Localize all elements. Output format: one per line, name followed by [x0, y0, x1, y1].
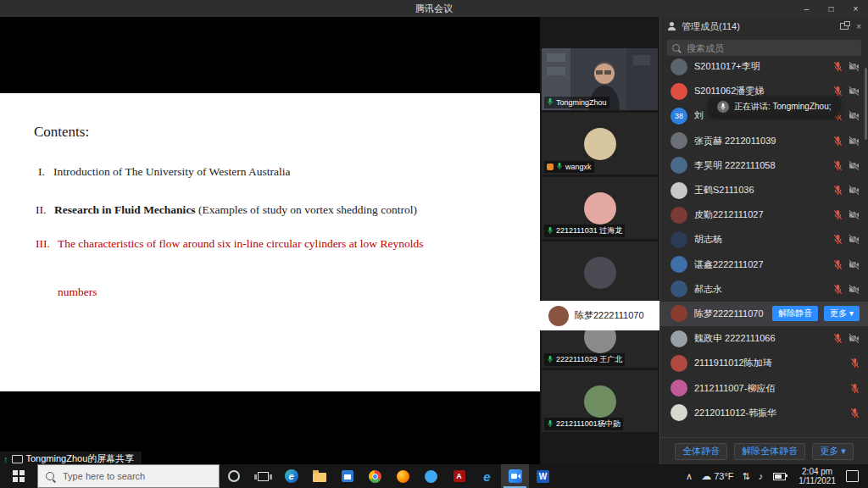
- edge-icon: e: [285, 469, 298, 483]
- unmute-button[interactable]: 解除静音: [772, 306, 818, 321]
- slide-item-3: III. The characteristics of flow around …: [36, 237, 424, 251]
- mic-off-icon[interactable]: [850, 358, 860, 369]
- video-tile[interactable]: [542, 241, 658, 303]
- close-button[interactable]: ×: [843, 0, 868, 17]
- panel-scrollbar[interactable]: [865, 68, 867, 140]
- mic-off-icon[interactable]: [833, 185, 843, 196]
- ie-taskbar-button[interactable]: e: [473, 464, 501, 488]
- panel-close-icon[interactable]: ×: [856, 22, 861, 31]
- search-icon: [46, 472, 54, 480]
- member-row[interactable]: 皮勤2212111027: [660, 202, 868, 227]
- clock[interactable]: 2:04 pm 1/11/2021: [792, 467, 843, 485]
- camera-off-icon[interactable]: [849, 334, 860, 343]
- video-tile[interactable]: 2212111001杨中勋: [542, 370, 658, 432]
- taskbar: eAeW ∧ ☁ 73°F ⇅♪ 2:04 pm 1/11/2021: [0, 464, 868, 488]
- member-row[interactable]: S2011017+李明: [660, 54, 868, 79]
- store-taskbar-button[interactable]: [333, 464, 361, 488]
- tile-name-label: 2212111001杨中勋: [544, 418, 623, 430]
- member-avatar: [670, 132, 687, 149]
- member-search-input[interactable]: [685, 42, 856, 54]
- unmute-all-button[interactable]: 解除全体静音: [734, 443, 805, 460]
- mic-off-icon[interactable]: [833, 86, 843, 97]
- popout-icon[interactable]: [840, 23, 849, 30]
- speaking-toast: 正在讲话: TongmingZhou;: [709, 97, 839, 116]
- mic-off-icon[interactable]: [850, 408, 860, 419]
- screen-share-label: TongmingZhou的屏幕共享: [26, 452, 135, 464]
- store-icon: [342, 470, 353, 482]
- tencent-meeting-icon: [509, 469, 522, 483]
- member-row[interactable]: 王鹤S2111036: [660, 178, 868, 202]
- mic-icon: [547, 419, 554, 430]
- minimize-button[interactable]: –: [794, 0, 819, 17]
- camera-off-icon[interactable]: [849, 260, 860, 269]
- start-button[interactable]: [0, 464, 37, 488]
- video-tile[interactable]: wangxk: [542, 113, 658, 175]
- member-row[interactable]: 谌鑫2222111027: [660, 252, 868, 277]
- member-avatar: [670, 280, 687, 297]
- mic-off-icon[interactable]: [833, 209, 843, 220]
- taskbar-search[interactable]: [37, 464, 220, 488]
- member-panel-header: 管理成员(114) ×: [660, 17, 868, 36]
- mic-off-icon[interactable]: [833, 284, 843, 295]
- camera-off-icon[interactable]: [849, 86, 860, 96]
- camera-off-icon[interactable]: [849, 210, 860, 219]
- member-name: 张贡赫 2212011039: [694, 135, 826, 147]
- cortana-icon: [228, 470, 240, 482]
- acrobat-taskbar-button[interactable]: A: [445, 464, 473, 488]
- member-avatar: [670, 380, 687, 396]
- video-tile[interactable]: TongmingZhou: [542, 48, 658, 110]
- member-row[interactable]: 魏政申 2222111066: [660, 326, 868, 351]
- more-button[interactable]: 更多 ▾: [812, 443, 854, 460]
- member-row[interactable]: 2212011012-韩振华: [660, 401, 868, 425]
- member-row[interactable]: 陈梦2222111070解除静音更多 ▾: [660, 302, 868, 326]
- mic-off-icon[interactable]: [833, 259, 843, 270]
- members-icon: [667, 22, 676, 30]
- camera-off-icon[interactable]: [849, 186, 860, 195]
- video-tile[interactable]: 2212111031 过海龙: [542, 177, 658, 239]
- member-row[interactable]: 李昊明 2222111058: [660, 153, 868, 178]
- maximize-button[interactable]: □: [819, 0, 843, 17]
- member-row[interactable]: 张贡赫 2212011039: [660, 129, 868, 153]
- camera-off-icon[interactable]: [849, 111, 860, 120]
- volume-icon[interactable]: ♪: [754, 464, 768, 488]
- member-row[interactable]: 郝志永: [660, 277, 868, 302]
- camera-off-icon[interactable]: [849, 285, 860, 294]
- member-avatar: [670, 355, 687, 372]
- mic-off-icon[interactable]: [833, 160, 843, 171]
- tencent-meeting-taskbar-button[interactable]: [501, 464, 529, 488]
- camera-off-icon[interactable]: [849, 136, 860, 146]
- member-more-button[interactable]: 更多 ▾: [824, 306, 860, 321]
- task-view-button[interactable]: [248, 464, 277, 488]
- cortana-button[interactable]: [220, 464, 248, 488]
- mic-off-icon[interactable]: [833, 61, 843, 72]
- word-taskbar-button[interactable]: W: [529, 464, 557, 488]
- mic-off-icon[interactable]: [833, 234, 843, 245]
- taskbar-search-input[interactable]: [61, 470, 211, 482]
- member-row[interactable]: 胡志杨: [660, 227, 868, 252]
- weather-widget[interactable]: ☁ 73°F: [697, 464, 737, 488]
- qq-taskbar-button[interactable]: [417, 464, 445, 488]
- mic-off-icon[interactable]: [833, 136, 843, 147]
- network-icon[interactable]: ⇅: [738, 464, 754, 488]
- member-avatar: 38: [670, 108, 687, 125]
- mic-off-icon[interactable]: [833, 333, 843, 344]
- participant-name: 2212111001杨中勋: [556, 419, 620, 430]
- firefox-taskbar-button[interactable]: [389, 464, 417, 488]
- member-avatar: [670, 330, 687, 347]
- mic-off-icon[interactable]: [850, 383, 860, 394]
- chrome-taskbar-button[interactable]: [361, 464, 389, 488]
- edge-taskbar-button[interactable]: e: [277, 464, 305, 488]
- member-row[interactable]: 2111911012陈加琦: [660, 351, 868, 375]
- file-explorer-taskbar-button[interactable]: [305, 464, 333, 488]
- weather-temp: 73°F: [714, 471, 733, 481]
- camera-off-icon[interactable]: [849, 235, 860, 244]
- camera-off-icon[interactable]: [849, 62, 860, 71]
- action-center-icon[interactable]: [846, 470, 859, 482]
- battery-icon[interactable]: [767, 464, 792, 488]
- hidden-icons-button[interactable]: ∧: [682, 464, 697, 488]
- member-row[interactable]: 2112111007-柳应佰: [660, 375, 868, 400]
- mute-all-button[interactable]: 全体静音: [675, 443, 727, 460]
- camera-off-icon[interactable]: [849, 161, 860, 170]
- windows-logo-icon: [13, 470, 25, 483]
- presentation-slide: Contents: I. Introduction of The Univers…: [0, 93, 540, 391]
